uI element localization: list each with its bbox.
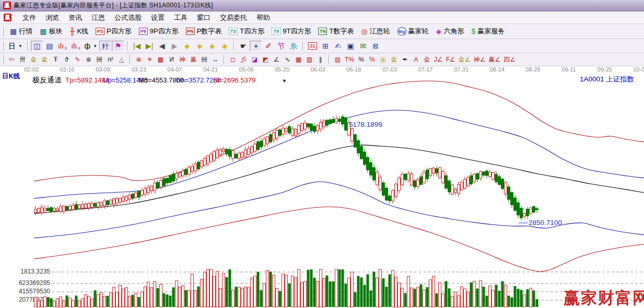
menu-browse[interactable]: 浏览 bbox=[41, 12, 64, 23]
shen-angle-button[interactable]: 神∠ bbox=[472, 54, 487, 65]
four-angle-button[interactable]: 四∠ bbox=[502, 54, 517, 65]
spiral-tool-button[interactable]: ϑ bbox=[61, 54, 72, 65]
square-web-button[interactable]: ▩ bbox=[155, 54, 166, 65]
indicator-name[interactable]: 极反通道 bbox=[32, 76, 62, 84]
gann-line-button[interactable]: 卅 bbox=[17, 54, 28, 65]
memo-pad-button[interactable]: ✍ bbox=[332, 41, 344, 52]
annotate-pointer-button[interactable]: ✐ bbox=[262, 41, 275, 52]
shen-tool-button[interactable]: 神 bbox=[177, 54, 188, 65]
price-ruler-button[interactable]: ▤ bbox=[332, 54, 343, 65]
wave-mark-button[interactable]: И bbox=[166, 54, 177, 65]
kline-chart-canvas[interactable]: 1813.323562336929541557953020778976502-0… bbox=[0, 66, 644, 308]
circle-divisions-button[interactable]: ⊛ bbox=[83, 54, 94, 65]
menu-trade[interactable]: 交易委托 bbox=[215, 12, 252, 23]
t-percent-button[interactable]: T% bbox=[343, 54, 356, 65]
menu-window[interactable]: 窗口 bbox=[192, 12, 215, 23]
p-number-table-button[interactable]: PNP数字表 bbox=[182, 26, 226, 37]
parallel-lines-button[interactable]: ∥ bbox=[315, 54, 326, 65]
last-bar-button[interactable]: ▶| bbox=[143, 41, 156, 52]
tag-tool-button[interactable]: 节 bbox=[275, 41, 287, 52]
zigzag-wave-button[interactable]: ∿ bbox=[282, 54, 293, 65]
j-angle-button[interactable]: J∠ bbox=[432, 54, 444, 65]
draw-pen-button[interactable]: ✎ bbox=[72, 54, 83, 65]
period-daily-button[interactable]: 日▼ bbox=[6, 41, 25, 52]
gold-section-v-button[interactable]: 金 bbox=[39, 54, 50, 65]
box-tool-button[interactable]: ◻ bbox=[227, 54, 238, 65]
gold-angle-button[interactable]: 金∠ bbox=[457, 54, 472, 65]
9p-square-button[interactable]: P99P四方形 bbox=[135, 26, 182, 37]
menu-file[interactable]: 文件 bbox=[18, 12, 41, 23]
winner-service-button[interactable]: $赢家服务 bbox=[467, 26, 508, 37]
erase-tool-button[interactable]: ✄ bbox=[6, 54, 17, 65]
9t-square-button[interactable]: T99T四方形 bbox=[268, 26, 314, 37]
gold-underline-button[interactable]: 金 bbox=[421, 54, 432, 65]
menu-news[interactable]: 资讯 bbox=[64, 12, 87, 23]
compress-horizontal-button[interactable]: ◈ bbox=[181, 41, 193, 52]
percent-button[interactable]: % bbox=[356, 54, 367, 65]
sectors-button[interactable]: ▩板块 bbox=[36, 26, 66, 37]
fan-box-red-button[interactable]: ◩ bbox=[260, 54, 271, 65]
grid-arrow-button[interactable]: ▨ bbox=[304, 54, 315, 65]
calendar-21-button[interactable]: 21 bbox=[306, 41, 319, 52]
prev-bar-button[interactable]: ◀ bbox=[156, 41, 168, 52]
color-indicator-button[interactable]: ⚑ bbox=[112, 41, 124, 52]
grid-red-button[interactable]: ▦ bbox=[293, 54, 304, 65]
pattern-tool-button[interactable]: 籵 bbox=[99, 41, 112, 52]
circle-cross-button[interactable]: ⊕ bbox=[133, 54, 144, 65]
sail-tool-button[interactable]: △ bbox=[116, 54, 127, 65]
toolbar-drag-handle[interactable] bbox=[2, 55, 4, 64]
expand-horizontal-button[interactable]: ◈ bbox=[193, 41, 206, 52]
span-arrows-button[interactable]: ↔ bbox=[210, 54, 221, 65]
crosshair-button[interactable]: + bbox=[250, 41, 262, 52]
gann-wheel-button[interactable]: ◎江恩轮 bbox=[357, 26, 393, 37]
zoom-area-button[interactable]: ◫ bbox=[31, 41, 43, 52]
percent-lines-button[interactable]: Ŧ bbox=[50, 54, 61, 65]
menu-tools[interactable]: 工具 bbox=[169, 12, 192, 23]
ying-tool-button[interactable]: 赢 bbox=[188, 54, 199, 65]
gold-section-h-button[interactable]: 金 bbox=[28, 54, 39, 65]
winner-wheel-button[interactable]: Big赢家轮 bbox=[394, 26, 432, 37]
compress-vertical-button[interactable]: ◈ bbox=[206, 41, 218, 52]
n-square-button[interactable]: n² bbox=[105, 54, 116, 65]
gold-lines-button[interactable]: 金 bbox=[389, 54, 400, 65]
level-a-button[interactable]: A bbox=[411, 54, 421, 65]
percent-line-button[interactable]: % bbox=[367, 54, 378, 65]
bars-9-button[interactable]: ılı9 bbox=[69, 41, 82, 52]
knot-tool-button[interactable]: 糸 bbox=[287, 41, 300, 52]
expand-vertical-button[interactable]: ◈ bbox=[218, 41, 231, 52]
next-bar-button[interactable]: ▶ bbox=[168, 41, 181, 52]
candle-type-dropdown[interactable]: ▼ bbox=[93, 44, 97, 49]
ying-angle-button[interactable]: 赢∠ bbox=[487, 54, 502, 65]
menu-formula-picker[interactable]: 公式选股 bbox=[110, 12, 146, 23]
market-quotes-button[interactable]: ▦行情 bbox=[6, 26, 36, 37]
menu-gann[interactable]: 江恩 bbox=[87, 12, 110, 23]
indicator-dropdown-icon[interactable]: ▼ bbox=[282, 78, 287, 84]
hexagon-button[interactable]: ◈六角形 bbox=[432, 26, 468, 37]
fan-box-purple-button[interactable]: ◪ bbox=[249, 54, 260, 65]
menu-settings[interactable]: 设置 bbox=[146, 12, 169, 23]
spider-web-button[interactable]: ✳ bbox=[144, 54, 155, 65]
gann-fan-button[interactable]: 彡 bbox=[238, 54, 249, 65]
ruler-123-button[interactable]: 卌 bbox=[199, 54, 210, 65]
pan-hand-button[interactable]: ☛ bbox=[237, 41, 250, 52]
bars-3-button[interactable]: ılı3 bbox=[56, 41, 69, 52]
p-square-button[interactable]: PSP四方形 bbox=[92, 26, 135, 37]
calculator-button[interactable]: ⊞ bbox=[319, 41, 332, 52]
save-disk-button[interactable]: ▣ bbox=[344, 41, 357, 52]
angle-fan-button[interactable]: ∠ bbox=[271, 54, 282, 65]
ink-pen-button[interactable]: ✒ bbox=[400, 54, 411, 65]
gold-circle-button[interactable]: ㊎ bbox=[378, 54, 389, 65]
send-web-button[interactable]: ✉ bbox=[357, 41, 369, 52]
kline-button[interactable]: ╫K线 bbox=[66, 26, 92, 37]
toolbar-drag-handle[interactable] bbox=[2, 42, 4, 51]
hash-lines-button[interactable]: 卌 bbox=[94, 54, 105, 65]
t-number-table-button[interactable]: TNT数字表 bbox=[314, 26, 357, 37]
period-daily-dropdown[interactable]: ▼ bbox=[18, 44, 22, 49]
menu-help[interactable]: 帮助 bbox=[252, 12, 275, 23]
network-pc-button[interactable]: ⊠ bbox=[369, 41, 382, 52]
f-angle-button[interactable]: F∠ bbox=[444, 54, 457, 65]
candle-type-button[interactable]: ф▼ bbox=[83, 41, 99, 52]
first-bar-button[interactable]: |◀ bbox=[131, 41, 143, 52]
toolbar-drag-handle[interactable] bbox=[2, 27, 4, 36]
t-square-button[interactable]: TST四方形 bbox=[225, 26, 268, 37]
